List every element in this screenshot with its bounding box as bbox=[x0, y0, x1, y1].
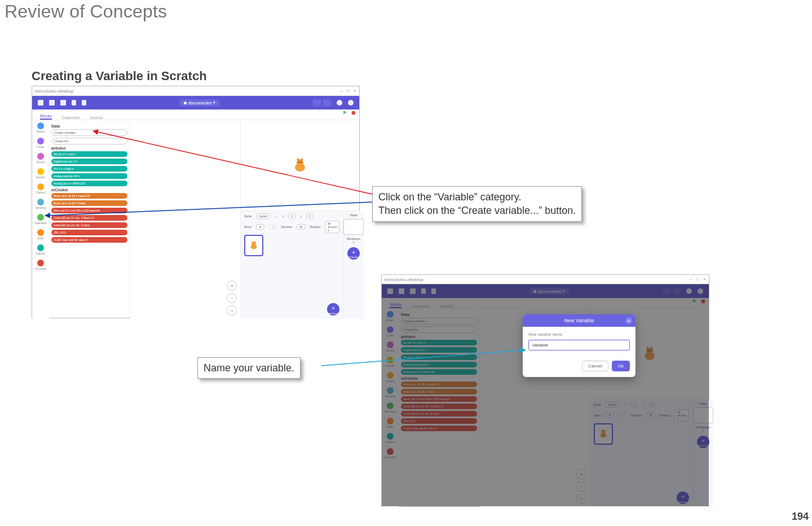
stage-thumbnail[interactable] bbox=[693, 407, 713, 423]
add-backdrop-button[interactable]: ＋ Add Backdrop bbox=[347, 247, 360, 260]
category-mcookie[interactable]: mCookie bbox=[35, 260, 46, 270]
block-arduino[interactable]: Set pin 2 ▾ Low ▾ bbox=[401, 340, 477, 345]
create-list-button[interactable]: Create list... bbox=[401, 326, 477, 333]
redo-icon[interactable] bbox=[431, 288, 436, 294]
help-icon[interactable] bbox=[348, 100, 354, 106]
window-close-icon[interactable]: × bbox=[703, 278, 707, 281]
block-arduino[interactable]: Set pin 2 ▾ Low ▾ bbox=[51, 151, 127, 157]
category-arduino[interactable]: Arduino bbox=[385, 433, 395, 444]
zoom-in-icon[interactable]: ＋ bbox=[227, 280, 237, 291]
connection-status-pill[interactable]: disconnected ▾ bbox=[179, 99, 220, 106]
category-sound[interactable]: Sound bbox=[37, 153, 45, 164]
show-eye-icon[interactable]: 👁 bbox=[606, 413, 614, 418]
green-flag-icon[interactable]: ⚑ bbox=[692, 299, 696, 304]
block-mcookie[interactable]: 255 1 R 0 bbox=[51, 230, 127, 235]
category-control[interactable]: Control bbox=[386, 372, 395, 383]
category-mcookie[interactable]: mCookie bbox=[385, 448, 396, 459]
block-arduino[interactable]: Analog pin 3 ▾ PWM 100 bbox=[401, 369, 477, 375]
category-data[interactable]: Data bbox=[37, 229, 44, 240]
sprite-thumbnail[interactable] bbox=[594, 423, 613, 445]
tab-sounds[interactable]: Sounds bbox=[90, 116, 103, 120]
category-motion[interactable]: Motion bbox=[386, 311, 394, 322]
rotation-select[interactable]: all around ▾ bbox=[325, 221, 339, 233]
category-sensing[interactable]: Sensing bbox=[385, 387, 395, 398]
undo-icon[interactable] bbox=[421, 288, 426, 294]
cancel-button[interactable]: Cancel bbox=[582, 361, 608, 371]
stop-icon[interactable]: ⬣ bbox=[351, 110, 356, 116]
sprite-name-input[interactable]: Sprite1 bbox=[606, 402, 620, 407]
create-list-button[interactable]: Create list... bbox=[51, 138, 127, 144]
block-mcookie[interactable]: 255 1 R 0 bbox=[401, 418, 477, 424]
mode-toggle-a[interactable] bbox=[663, 288, 670, 295]
redo-icon[interactable] bbox=[82, 100, 86, 106]
tab-sounds[interactable]: Sounds bbox=[439, 304, 453, 308]
script-canvas[interactable]: ＋ － ＝ bbox=[130, 120, 240, 319]
block-mcookie[interactable]: Servo pin 2 ▾ turn 90 to 120 seconds bbox=[401, 396, 477, 402]
sprite-x-input[interactable]: 0 bbox=[288, 213, 295, 219]
category-looks[interactable]: Looks bbox=[37, 138, 44, 148]
block-mcookie[interactable]: Motor pino 1A 1B ▾ brake bbox=[401, 389, 477, 394]
direction-input[interactable]: 90 bbox=[297, 224, 306, 230]
add-backdrop-button[interactable]: ＋ Add Backdrop bbox=[697, 436, 709, 448]
category-sensing[interactable]: Sensing bbox=[36, 199, 46, 209]
new-file-icon[interactable] bbox=[38, 100, 43, 106]
block-arduino[interactable]: Pin 2 ▾ = High ▾ bbox=[401, 354, 477, 360]
zoom-in-icon[interactable]: ＋ bbox=[576, 469, 586, 479]
variable-name-input[interactable] bbox=[528, 340, 630, 350]
settings-icon[interactable] bbox=[686, 288, 692, 294]
window-minimize-icon[interactable]: – bbox=[340, 89, 343, 93]
save-file-icon[interactable] bbox=[410, 288, 416, 294]
open-file-icon[interactable] bbox=[49, 100, 55, 106]
undo-icon[interactable] bbox=[72, 100, 76, 106]
create-variable-button[interactable]: Create variable... bbox=[51, 129, 127, 136]
mode-toggle-b[interactable] bbox=[673, 288, 681, 295]
rotation-select[interactable]: all around ▾ bbox=[674, 409, 689, 422]
zoom-fit-icon[interactable]: ＝ bbox=[227, 305, 237, 315]
help-icon[interactable] bbox=[698, 288, 703, 294]
zoom-fit-icon[interactable]: ＝ bbox=[576, 494, 586, 504]
show-eye-icon[interactable]: 👁 bbox=[256, 224, 264, 230]
window-maximize-icon[interactable]: □ bbox=[696, 278, 700, 281]
stop-icon[interactable]: ⬣ bbox=[701, 299, 705, 304]
create-variable-button[interactable]: Create variable... bbox=[401, 318, 477, 325]
block-mcookie[interactable]: Motor pino 1A 1B ▾ speed 20 bbox=[401, 382, 477, 387]
zoom-out-icon[interactable]: － bbox=[227, 293, 237, 303]
block-arduino[interactable]: Digital read pin 2 ▾ bbox=[401, 347, 477, 353]
block-mcookie[interactable]: Motor pino 1A 1B ▾ brake bbox=[51, 200, 127, 206]
stage-preview[interactable] bbox=[241, 120, 359, 211]
block-mcookie[interactable]: ColorLED pin 2 ▾ No. 0 Red 0 G bbox=[401, 404, 477, 409]
block-arduino[interactable]: Pin 2 ▾ = High ▾ bbox=[51, 166, 127, 172]
category-motion[interactable]: Motion bbox=[36, 122, 45, 133]
direction-input[interactable]: 90 bbox=[646, 413, 655, 418]
new-file-icon[interactable] bbox=[387, 288, 393, 294]
green-flag-icon[interactable]: ⚑ bbox=[342, 110, 347, 116]
mode-toggle-b[interactable] bbox=[323, 99, 331, 106]
category-operators[interactable]: Operators bbox=[34, 214, 47, 225]
stage-thumbnail[interactable] bbox=[343, 219, 364, 235]
block-mcookie[interactable]: Motor pino 1A 1B ▾ speed 20 bbox=[51, 193, 127, 199]
category-data[interactable]: Data bbox=[387, 418, 394, 428]
add-sprite-button[interactable]: ＋ Add Sprite bbox=[677, 492, 689, 504]
hide-eye-icon[interactable]: ⊘ bbox=[619, 413, 626, 418]
sprite-name-input[interactable]: Sprite1 bbox=[256, 213, 271, 219]
zoom-out-icon[interactable]: － bbox=[576, 481, 586, 492]
block-arduino[interactable]: Analog read pin A0 ▾ bbox=[51, 173, 127, 179]
block-mcookie[interactable]: OLED clear add 64 value 0 bbox=[401, 426, 477, 431]
category-operators[interactable]: Operators bbox=[384, 402, 396, 413]
category-events[interactable]: Events bbox=[36, 168, 45, 179]
add-sprite-button[interactable]: ＋ Add Sprite bbox=[327, 303, 339, 315]
window-maximize-icon[interactable]: □ bbox=[347, 89, 350, 93]
block-mcookie[interactable]: ColorLED pin 2 ▾ No. 0 color bbox=[51, 222, 127, 228]
sprite-x-input[interactable]: 0 bbox=[630, 402, 638, 407]
settings-icon[interactable] bbox=[337, 100, 342, 106]
window-close-icon[interactable]: × bbox=[354, 89, 357, 93]
block-mcookie[interactable]: ColorLED pin 2 ▾ No. 0 Red 0 G bbox=[51, 215, 127, 221]
block-arduino[interactable]: Analog pin 3 ▾ PWM 100 bbox=[51, 181, 127, 186]
modal-close-icon[interactable]: × bbox=[625, 317, 632, 324]
open-file-icon[interactable] bbox=[399, 288, 404, 294]
category-sound[interactable]: Sound bbox=[386, 341, 394, 352]
block-arduino[interactable]: Analog read pin A0 ▾ bbox=[401, 362, 477, 367]
ok-button[interactable]: Ok bbox=[612, 361, 630, 371]
category-looks[interactable]: Looks bbox=[386, 326, 394, 337]
tab-costumes[interactable]: Costumes bbox=[412, 304, 430, 308]
